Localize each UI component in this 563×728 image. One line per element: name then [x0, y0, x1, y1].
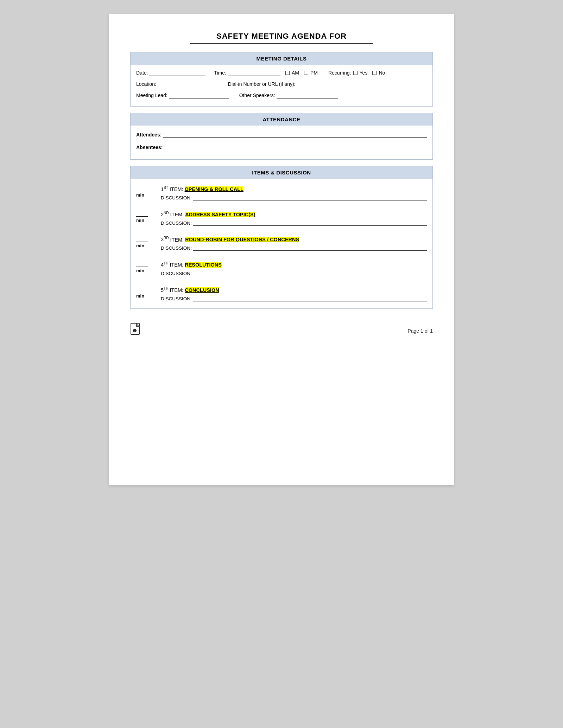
item-4-discussion-label: DISCUSSION:: [161, 271, 192, 276]
other-speakers-field[interactable]: [277, 92, 338, 98]
item-1-min-blank[interactable]: [136, 186, 148, 191]
meeting-lead-field[interactable]: [169, 92, 229, 98]
item-1-discussion-field[interactable]: [193, 194, 427, 200]
meeting-details-body: Date: Time: AM PM Recurring: Yes No: [131, 65, 432, 106]
item-3-min-label: min: [136, 243, 144, 248]
item-3-sup: RD: [164, 236, 169, 240]
agenda-item-4: min 4TH ITEM: RESOLUTIONS DISCUSSION:: [136, 261, 427, 276]
item-4-sup: TH: [164, 261, 168, 265]
item-4-min-label: min: [136, 268, 144, 273]
item-1-discussion-row: DISCUSSION:: [161, 194, 427, 200]
time-field[interactable]: [228, 70, 280, 76]
item-4-content: 4TH ITEM: RESOLUTIONS DISCUSSION:: [161, 261, 427, 276]
meeting-details-section: MEETING DETAILS Date: Time: AM PM Recurr…: [130, 52, 433, 107]
dialin-field[interactable]: [297, 81, 358, 87]
item-5-discussion-field[interactable]: [193, 295, 427, 301]
item-3-ordinal: 3RD: [161, 237, 169, 242]
item-3-discussion-row: DISCUSSION:: [161, 244, 427, 251]
item-1-min-label: min: [136, 192, 144, 198]
item-4-discussion-field[interactable]: [193, 270, 427, 276]
item-3-min-col: min: [136, 236, 161, 251]
page-footer: e Page 1 of 1: [130, 319, 433, 339]
item-2-discussion-field[interactable]: [193, 219, 427, 226]
item-3-highlight: ROUND-ROBIN FOR QUESTIONS / CONCERNS: [185, 237, 299, 242]
item-1-highlight: OPENING & ROLL CALL: [185, 186, 243, 192]
item-4-item-text: ITEM:: [170, 262, 185, 268]
item-4-ordinal: 4TH: [161, 262, 168, 268]
item-2-min-col: min: [136, 211, 161, 226]
item-4-min-blank[interactable]: [136, 261, 148, 267]
pm-checkbox[interactable]: [304, 71, 308, 75]
item-5-item-text: ITEM:: [170, 287, 185, 293]
item-4-highlight: RESOLUTIONS: [185, 262, 222, 268]
attendance-header: ATTENDANCE: [131, 113, 432, 126]
item-1-min-col: min: [136, 186, 161, 200]
agenda-item-3: min 3RD ITEM: ROUND-ROBIN FOR QUESTIONS …: [136, 236, 427, 251]
document-icon: e: [130, 323, 141, 336]
item-3-content: 3RD ITEM: ROUND-ROBIN FOR QUESTIONS / CO…: [161, 236, 427, 251]
item-5-min-blank[interactable]: [136, 287, 148, 292]
absentees-field[interactable]: [164, 144, 427, 150]
item-2-item-text: ITEM:: [170, 212, 185, 217]
agenda-item-1: min 1ST ITEM: OPENING & ROLL CALL DISCUS…: [136, 186, 427, 200]
item-2-highlight: ADDRESS SAFETY TOPIC(S): [185, 212, 255, 217]
attendance-body: Attendees: Absentees :: [131, 126, 432, 159]
footer-page-label: Page 1 of 1: [407, 328, 433, 334]
item-1-title: 1ST ITEM: OPENING & ROLL CALL: [161, 186, 427, 192]
item-3-discussion-field[interactable]: [193, 244, 427, 251]
title-underline: [190, 43, 373, 44]
location-label: Location:: [136, 81, 156, 87]
attendees-field[interactable]: [163, 131, 427, 138]
page-title: SAFETY MEETING AGENDA FOR: [130, 32, 433, 41]
item-5-discussion-row: DISCUSSION:: [161, 295, 427, 301]
no-checkbox[interactable]: [372, 71, 377, 75]
am-label: AM: [292, 70, 299, 76]
recurring-label: Recurring:: [328, 70, 351, 76]
meeting-lead-label: Meeting Lead:: [136, 92, 167, 98]
recurring-group: Yes No: [353, 70, 385, 76]
location-field[interactable]: [158, 81, 217, 87]
dialin-label: Dial-in Number or URL (if any):: [228, 81, 296, 87]
absentees-label: Absentees: [136, 145, 161, 150]
item-2-title: 2ND ITEM: ADDRESS SAFETY TOPIC(S): [161, 211, 427, 217]
item-4-min-col: min: [136, 261, 161, 276]
page-container: SAFETY MEETING AGENDA FOR MEETING DETAIL…: [109, 14, 454, 485]
yes-checkbox[interactable]: [353, 71, 358, 75]
item-5-title: 5TH ITEM: CONCLUSION: [161, 287, 427, 293]
footer-icon: e: [130, 323, 141, 339]
item-3-item-text: ITEM:: [170, 237, 185, 242]
date-field[interactable]: [149, 70, 205, 76]
agenda-item-5: min 5TH ITEM: CONCLUSION DISCUSSION:: [136, 287, 427, 301]
ampm-group: AM PM: [285, 70, 318, 76]
item-2-ordinal: 2ND: [161, 212, 169, 217]
item-5-content: 5TH ITEM: CONCLUSION DISCUSSION:: [161, 287, 427, 301]
item-2-min-blank[interactable]: [136, 211, 148, 217]
time-label: Time:: [214, 70, 226, 76]
am-checkbox[interactable]: [285, 71, 290, 75]
attendees-row: Attendees:: [136, 131, 427, 138]
meeting-details-header: MEETING DETAILS: [131, 52, 432, 65]
item-2-discussion-row: DISCUSSION:: [161, 219, 427, 226]
item-4-title: 4TH ITEM: RESOLUTIONS: [161, 261, 427, 268]
item-3-title: 3RD ITEM: ROUND-ROBIN FOR QUESTIONS / CO…: [161, 236, 427, 243]
item-2-min-label: min: [136, 218, 144, 223]
item-2-sup: ND: [164, 211, 169, 215]
item-5-min-label: min: [136, 293, 144, 299]
item-5-discussion-label: DISCUSSION:: [161, 296, 192, 301]
item-3-min-blank[interactable]: [136, 236, 148, 242]
pm-label: PM: [310, 70, 318, 76]
items-body: min 1ST ITEM: OPENING & ROLL CALL DISCUS…: [131, 179, 432, 308]
item-5-highlight: CONCLUSION: [185, 287, 219, 293]
item-2-discussion-label: DISCUSSION:: [161, 221, 192, 226]
date-label: Date:: [136, 70, 148, 76]
yes-label: Yes: [360, 70, 368, 76]
item-1-discussion-label: DISCUSSION:: [161, 195, 192, 200]
items-section: ITEMS & DISCUSSION min 1ST ITEM: OPENING…: [130, 166, 433, 309]
agenda-item-2: min 2ND ITEM: ADDRESS SAFETY TOPIC(S) DI…: [136, 211, 427, 226]
item-2-content: 2ND ITEM: ADDRESS SAFETY TOPIC(S) DISCUS…: [161, 211, 427, 226]
attendees-label: Attendees:: [136, 132, 162, 138]
item-3-discussion-label: DISCUSSION:: [161, 245, 192, 251]
attendance-section: ATTENDANCE Attendees: Absentees :: [130, 113, 433, 160]
items-header: ITEMS & DISCUSSION: [131, 166, 432, 179]
details-row-2: Location: Dial-in Number or URL (if any)…: [136, 81, 427, 87]
